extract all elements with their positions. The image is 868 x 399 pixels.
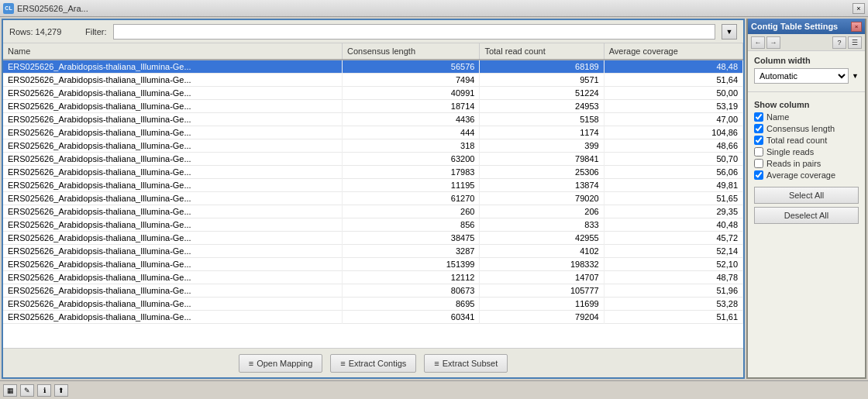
cell-total-read: 399 xyxy=(480,139,604,153)
cell-consensus: 80673 xyxy=(342,284,479,298)
settings-help-btn[interactable]: ? xyxy=(832,36,846,49)
col-header-avg-coverage[interactable]: Average coverage xyxy=(604,43,742,60)
status-edit-icon[interactable]: ✎ xyxy=(20,384,34,397)
status-table-icon[interactable]: ▦ xyxy=(3,384,17,397)
checkbox-consensus-length[interactable] xyxy=(754,124,763,133)
cell-total-read: 198332 xyxy=(480,258,604,271)
table-row[interactable]: ERS025626_Arabidopsis-thaliana_Illumina-… xyxy=(3,166,743,179)
cell-name: ERS025626_Arabidopsis-thaliana_Illumina-… xyxy=(3,153,342,166)
table-row[interactable]: ERS025626_Arabidopsis-thaliana_Illumina-… xyxy=(3,139,743,153)
table-row[interactable]: ERS025626_Arabidopsis-thaliana_Illumina-… xyxy=(3,126,743,139)
cell-avg-coverage: 48,78 xyxy=(604,271,742,284)
table-row[interactable]: ERS025626_Arabidopsis-thaliana_Illumina-… xyxy=(3,113,743,126)
table-row[interactable]: ERS025626_Arabidopsis-thaliana_Illumina-… xyxy=(3,232,743,245)
checkbox-item: Consensus length xyxy=(754,124,859,133)
col-header-consensus[interactable]: Consensus length xyxy=(342,43,479,60)
content-area: Rows: 14,279 Filter: ▼ Name Consensus le… xyxy=(0,17,868,380)
table-row[interactable]: ERS025626_Arabidopsis-thaliana_Illumina-… xyxy=(3,205,743,218)
cell-total-read: 24953 xyxy=(480,100,604,113)
table-row[interactable]: ERS025626_Arabidopsis-thaliana_Illumina-… xyxy=(3,153,743,166)
cell-consensus: 856 xyxy=(342,218,479,232)
col-header-total-read[interactable]: Total read count xyxy=(480,43,604,60)
cell-avg-coverage: 50,70 xyxy=(604,153,742,166)
checkbox-item: Total read count xyxy=(754,136,859,145)
checkbox-item: Single reads xyxy=(754,147,859,157)
cell-avg-coverage: 51,65 xyxy=(604,192,742,205)
checkbox-item: Average coverage xyxy=(754,170,859,180)
cell-consensus: 40991 xyxy=(342,87,479,100)
table-row[interactable]: ERS025626_Arabidopsis-thaliana_Illumina-… xyxy=(3,245,743,258)
settings-menu-btn[interactable]: ☰ xyxy=(848,36,862,49)
cell-consensus: 56576 xyxy=(342,60,479,74)
extract-subset-button[interactable]: ≡ Extract Subset xyxy=(424,354,508,373)
table-row[interactable]: ERS025626_Arabidopsis-thaliana_Illumina-… xyxy=(3,192,743,205)
table-row[interactable]: ERS025626_Arabidopsis-thaliana_Illumina-… xyxy=(3,60,743,74)
cell-total-read: 51224 xyxy=(480,87,604,100)
extract-contigs-button[interactable]: ≡ Extract Contigs xyxy=(330,354,416,373)
checkbox-average-coverage[interactable] xyxy=(754,170,763,180)
cell-avg-coverage: 49,81 xyxy=(604,179,742,192)
table-header: Name Consensus length Total read count A… xyxy=(3,43,743,60)
cell-consensus: 63200 xyxy=(342,153,479,166)
extract-subset-icon: ≡ xyxy=(434,359,439,368)
table-row[interactable]: ERS025626_Arabidopsis-thaliana_Illumina-… xyxy=(3,87,743,100)
app-icon: CL xyxy=(3,3,14,14)
settings-buttons: Select All Deselect All xyxy=(748,187,865,230)
select-all-button[interactable]: Select All xyxy=(754,187,859,204)
filter-input[interactable] xyxy=(113,24,716,40)
checkbox-name[interactable] xyxy=(754,112,763,122)
cell-name: ERS025626_Arabidopsis-thaliana_Illumina-… xyxy=(3,126,342,139)
table-row[interactable]: ERS025626_Arabidopsis-thaliana_Illumina-… xyxy=(3,74,743,87)
cell-avg-coverage: 52,14 xyxy=(604,245,742,258)
settings-forward-btn[interactable]: → xyxy=(766,36,780,49)
divider-1 xyxy=(748,91,865,92)
checkbox-reads-in-pairs[interactable] xyxy=(754,159,763,168)
close-button[interactable]: × xyxy=(852,3,865,14)
table-row[interactable]: ERS025626_Arabidopsis-thaliana_Illumina-… xyxy=(3,284,743,298)
deselect-all-button[interactable]: Deselect All xyxy=(754,207,859,224)
table-row[interactable]: ERS025626_Arabidopsis-thaliana_Illumina-… xyxy=(3,258,743,271)
checkbox-total-read-count[interactable] xyxy=(754,136,763,145)
settings-back-btn[interactable]: ← xyxy=(751,36,765,49)
checkbox-label: Total read count xyxy=(766,136,827,145)
cell-name: ERS025626_Arabidopsis-thaliana_Illumina-… xyxy=(3,113,342,126)
table-row[interactable]: ERS025626_Arabidopsis-thaliana_Illumina-… xyxy=(3,271,743,284)
open-mapping-button[interactable]: ≡ Open Mapping xyxy=(239,354,323,373)
rows-count: Rows: 14,279 xyxy=(9,27,79,36)
checkbox-single-reads[interactable] xyxy=(754,147,763,157)
settings-toolbar: ← → ? ☰ xyxy=(748,34,865,51)
cell-avg-coverage: 56,06 xyxy=(604,166,742,179)
left-panel: Rows: 14,279 Filter: ▼ Name Consensus le… xyxy=(2,19,745,379)
col-header-name[interactable]: Name xyxy=(3,43,342,60)
cell-consensus: 7494 xyxy=(342,74,479,87)
cell-name: ERS025626_Arabidopsis-thaliana_Illumina-… xyxy=(3,218,342,232)
cell-total-read: 4102 xyxy=(480,245,604,258)
cell-consensus: 17983 xyxy=(342,166,479,179)
cell-total-read: 1174 xyxy=(480,126,604,139)
cell-name: ERS025626_Arabidopsis-thaliana_Illumina-… xyxy=(3,298,342,311)
table-row[interactable]: ERS025626_Arabidopsis-thaliana_Illumina-… xyxy=(3,100,743,113)
filter-dropdown-btn[interactable]: ▼ xyxy=(722,24,737,40)
show-column-section: Show column NameConsensus lengthTotal re… xyxy=(748,95,865,187)
table-row[interactable]: ERS025626_Arabidopsis-thaliana_Illumina-… xyxy=(3,218,743,232)
cell-consensus: 11195 xyxy=(342,179,479,192)
cell-total-read: 14707 xyxy=(480,271,604,284)
cell-name: ERS025626_Arabidopsis-thaliana_Illumina-… xyxy=(3,232,342,245)
cell-consensus: 60341 xyxy=(342,311,479,324)
table-row[interactable]: ERS025626_Arabidopsis-thaliana_Illumina-… xyxy=(3,298,743,311)
extract-contigs-icon: ≡ xyxy=(340,359,345,368)
cell-name: ERS025626_Arabidopsis-thaliana_Illumina-… xyxy=(3,205,342,218)
cell-avg-coverage: 47,00 xyxy=(604,113,742,126)
filter-label: Filter: xyxy=(85,27,107,36)
cell-name: ERS025626_Arabidopsis-thaliana_Illumina-… xyxy=(3,192,342,205)
table-row[interactable]: ERS025626_Arabidopsis-thaliana_Illumina-… xyxy=(3,179,743,192)
status-info-icon[interactable]: ℹ xyxy=(37,384,51,397)
cell-avg-coverage: 29,35 xyxy=(604,205,742,218)
cell-name: ERS025626_Arabidopsis-thaliana_Illumina-… xyxy=(3,271,342,284)
cell-avg-coverage: 45,72 xyxy=(604,232,742,245)
column-width-select[interactable]: Automatic xyxy=(754,68,849,84)
status-export-icon[interactable]: ⬆ xyxy=(54,384,68,397)
cell-consensus: 8695 xyxy=(342,298,479,311)
table-row[interactable]: ERS025626_Arabidopsis-thaliana_Illumina-… xyxy=(3,311,743,324)
settings-close-button[interactable]: × xyxy=(851,22,862,32)
